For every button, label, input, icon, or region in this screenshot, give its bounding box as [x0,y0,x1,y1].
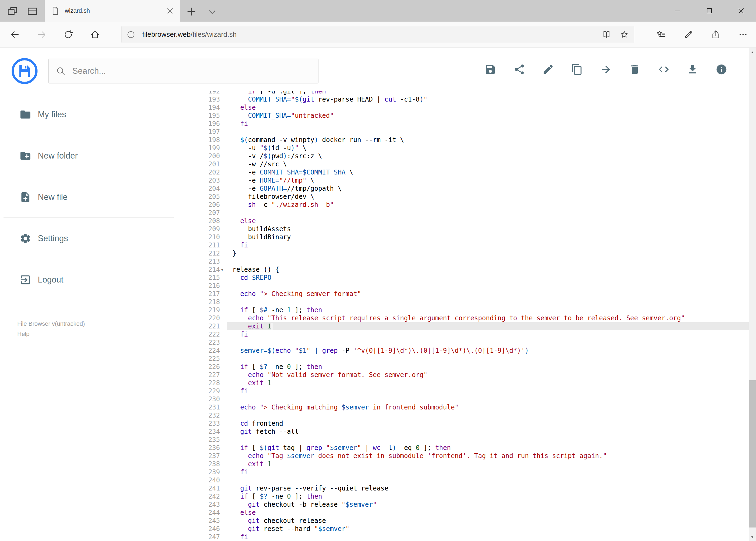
share-button[interactable] [512,62,527,77]
address-url[interactable]: filebrowser.web/files/wizard.sh [142,30,594,39]
code-line-229[interactable]: 229 fi [193,387,749,395]
filebrowser-logo[interactable] [11,58,38,84]
fold-marker-icon[interactable]: ▾ [221,266,223,273]
code-line-224[interactable]: 224 semver=$(echo "$1" | grep -P '^v(0|[… [193,346,749,355]
web-note-button[interactable] [681,27,696,42]
favorite-star-icon[interactable] [620,30,629,39]
code-line-200[interactable]: 200 -v /$(pwd):/src:z \ [193,152,749,160]
help-link[interactable]: Help [17,329,85,339]
code-line-236[interactable]: 236 if [ $(git tag | grep "$semver" | wc… [193,444,749,452]
code-line-208[interactable]: 208 else [193,217,749,225]
delete-button[interactable] [627,62,642,77]
code-line-214[interactable]: 214▾release () { [193,266,749,273]
code-line-197[interactable]: 197 [193,128,749,136]
code-line-221[interactable]: 221 exit 1 [193,322,749,330]
code-line-243[interactable]: 243 git checkout -b release "$semver" [193,500,749,509]
refresh-button[interactable] [61,27,76,42]
scroll-down-arrow[interactable] [749,533,756,541]
code-line-195[interactable]: 195 COMMIT_SHA="untracked" [193,112,749,120]
code-line-238[interactable]: 238 exit 1 [193,460,749,468]
more-menu-button[interactable] [735,27,751,42]
code-line-232[interactable]: 232 [193,411,749,419]
home-button[interactable] [88,27,103,42]
move-button[interactable] [599,62,614,77]
code-line-227[interactable]: 227 echo "Not valid semver format. See s… [193,371,749,379]
code-line-204[interactable]: 204 -e GOPATH=//tmp/gopath \ [193,185,749,193]
editor-button[interactable] [656,62,671,77]
code-line-202[interactable]: 202 -e COMMIT_SHA=$COMMIT_SHA \ [193,168,749,176]
code-line-199[interactable]: 199 -u "$(id -u)" \ [193,144,749,152]
code-line-217[interactable]: 217 echo "> Checking semver format" [193,290,749,298]
code-line-247[interactable]: 247 fi [193,533,749,541]
save-button[interactable] [483,62,498,77]
new-tab-button[interactable] [186,6,197,17]
search-input[interactable] [72,66,311,76]
scroll-up-arrow[interactable] [749,48,756,56]
sidebar-item-new-file[interactable]: New file [0,176,193,218]
sidebar-item-logout[interactable]: Logout [0,259,193,300]
forward-button[interactable] [34,27,49,42]
sidebar-item-my-files[interactable]: My files [0,94,193,135]
window-minimize-button[interactable] [665,0,690,22]
code-line-206[interactable]: 206 sh -c "./wizard.sh -b" [193,201,749,209]
code-line-211[interactable]: 211 fi [193,241,749,249]
code-line-218[interactable]: 218 [193,298,749,306]
code-line-215[interactable]: 215 cd $REPO [193,273,749,282]
code-line-216[interactable]: 216 [193,282,749,290]
search-box[interactable] [48,59,319,84]
code-line-209[interactable]: 209 buildAssets [193,225,749,233]
code-line-205[interactable]: 205 filebrowser/dev \ [193,193,749,201]
code-line-196[interactable]: 196 fi [193,120,749,128]
code-line-235[interactable]: 235 [193,436,749,444]
code-line-201[interactable]: 201 -w //src \ [193,160,749,168]
sidebar-item-settings[interactable]: Settings [0,218,193,259]
reader-view-icon[interactable] [602,30,611,39]
code-line-194[interactable]: 194 else [193,104,749,112]
sidebar-item-new-folder[interactable]: New folder [0,135,193,176]
rename-button[interactable] [541,62,556,77]
code-line-192[interactable]: 192 if [ -d .git ]; then [193,91,749,95]
code-line-244[interactable]: 244 else [193,509,749,517]
code-line-226[interactable]: 226 if [ $? -ne 0 ]; then [193,363,749,371]
code-line-237[interactable]: 237 echo "Tag $semver does not exist in … [193,452,749,460]
code-line-233[interactable]: 233 cd frontend [193,419,749,427]
tabs-preview-button[interactable] [26,5,38,17]
window-maximize-button[interactable] [697,0,721,22]
page-info-icon[interactable] [126,30,135,39]
code-line-223[interactable]: 223 [193,338,749,346]
browser-share-button[interactable] [708,27,723,42]
scrollbar-thumb[interactable] [749,380,756,527]
window-close-button[interactable] [729,0,753,22]
code-line-225[interactable]: 225 [193,355,749,363]
download-button[interactable] [685,62,700,77]
page-scrollbar[interactable] [749,48,756,541]
set-tabs-aside-button[interactable] [6,5,18,17]
code-line-246[interactable]: 246 git reset --hard "$semver" [193,525,749,533]
code-line-207[interactable]: 207 [193,209,749,217]
code-line-210[interactable]: 210 buildBinary [193,233,749,241]
code-line-228[interactable]: 228 exit 1 [193,379,749,387]
code-line-240[interactable]: 240 [193,476,749,484]
code-line-230[interactable]: 230 [193,395,749,403]
address-bar[interactable]: filebrowser.web/files/wizard.sh [122,26,634,43]
browser-tab[interactable]: wizard.sh [45,0,180,22]
code-line-231[interactable]: 231 echo "> Checking matching $semver in… [193,403,749,411]
code-line-234[interactable]: 234 git fetch --all [193,427,749,436]
code-line-198[interactable]: 198 $(command -v winpty) docker run --rm… [193,136,749,144]
back-button[interactable] [7,27,22,42]
code-line-239[interactable]: 239 fi [193,468,749,476]
code-line-220[interactable]: 220 echo "This release script requires a… [193,314,749,322]
hub-favorites-button[interactable] [653,27,668,42]
info-button[interactable] [714,62,729,77]
code-line-242[interactable]: 242 if [ $? -ne 0 ]; then [193,492,749,500]
code-line-212[interactable]: 212} [193,249,749,258]
code-line-203[interactable]: 203 -e HOME="//tmp" \ [193,176,749,185]
code-line-193[interactable]: 193 COMMIT_SHA="$(git rev-parse HEAD | c… [193,95,749,104]
code-line-241[interactable]: 241 git rev-parse --verify --quiet relea… [193,484,749,492]
code-line-219[interactable]: 219 if [ $# -ne 1 ]; then [193,306,749,314]
code-editor[interactable]: 192 if [ -d .git ]; then193 COMMIT_SHA="… [193,91,749,541]
code-line-245[interactable]: 245 git checkout release [193,517,749,525]
tab-close-icon[interactable] [166,7,174,15]
tab-preview-toggle-button[interactable] [207,7,217,17]
copy-button[interactable] [570,62,585,77]
